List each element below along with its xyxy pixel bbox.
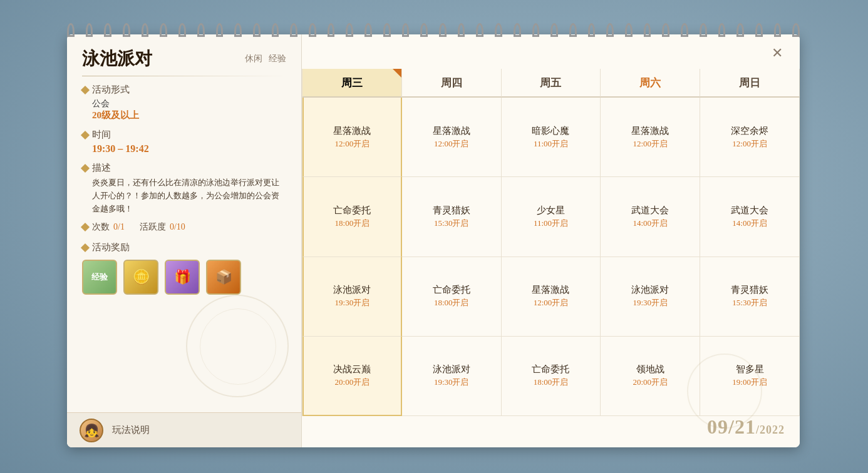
reward-item-4[interactable]: 📦 xyxy=(206,260,241,295)
left-panel: 泳池派对 休闲 经验 活动形式 公会 20级及以上 时间 19:30 – 19:… xyxy=(67,34,302,447)
count-activity: 活跃度 0/10 xyxy=(140,221,185,233)
spiral-loop xyxy=(402,23,410,37)
cal-cell-r1c3[interactable]: 暗影心魔 11:00开启 xyxy=(502,98,601,177)
cal-cell-r3c5[interactable]: 青灵猎妖 15:30开启 xyxy=(700,257,800,337)
spiral-loop xyxy=(420,23,428,37)
spiral-loop xyxy=(290,23,297,37)
counts-value: 0/1 xyxy=(113,222,125,232)
calendar-grid: 周三 周四 周五 周六 周日 星落激战 12:00开启 星落激战 12:00开启 xyxy=(302,69,800,416)
spiral-loop xyxy=(104,23,111,37)
spiral-loop xyxy=(569,23,577,37)
diamond-icon-5 xyxy=(81,243,90,252)
spiral-loop xyxy=(700,23,707,37)
help-text[interactable]: 玩法说明 xyxy=(112,424,150,436)
tag-exp[interactable]: 经验 xyxy=(269,53,286,64)
spiral-loop xyxy=(606,23,614,37)
cal-cell-r1c1[interactable]: 星落激战 12:00开启 xyxy=(302,98,402,177)
spiral-loop xyxy=(309,23,316,37)
cal-cell-r1c2[interactable]: 星落激战 12:00开启 xyxy=(402,98,502,177)
rewards-row: 经验 🪙 🎁 📦 xyxy=(82,260,286,295)
date-stamp: 09/21/2022 xyxy=(707,415,785,439)
cal-header-sat: 周六 xyxy=(601,69,700,98)
spiral-loop xyxy=(458,23,465,37)
reward-item-2[interactable]: 🪙 xyxy=(123,260,158,295)
spiral-loop xyxy=(718,23,726,37)
spiral-loop xyxy=(495,23,502,37)
cal-cell-r3c3[interactable]: 星落激战 12:00开启 xyxy=(502,257,601,337)
cal-cell-r2c4[interactable]: 武道大会 14:00开启 xyxy=(601,177,700,257)
spiral-loop xyxy=(346,23,353,37)
spiral-loop xyxy=(439,23,447,37)
spiral-loop xyxy=(364,23,372,37)
spiral-loop xyxy=(792,23,800,37)
spiral-loop xyxy=(383,23,391,37)
counts-row: 次数 0/1 活跃度 0/10 xyxy=(82,221,286,233)
cal-cell-r4c5[interactable]: 智多星 19:00开启 xyxy=(700,337,800,416)
spiral-loop xyxy=(550,23,558,37)
spiral-loop xyxy=(736,23,744,37)
notebook-container: 泳池派对 休闲 经验 活动形式 公会 20级及以上 时间 19:30 – 19:… xyxy=(67,34,800,447)
spiral-binding xyxy=(67,21,800,39)
spiral-loop xyxy=(86,23,93,37)
reward-item-1[interactable]: 经验 xyxy=(82,260,117,295)
diamond-icon-4 xyxy=(81,223,90,231)
cal-cell-r2c1[interactable]: 亡命委托 18:00开启 xyxy=(302,177,402,257)
cal-cell-r2c5[interactable]: 武道大会 14:00开启 xyxy=(700,177,800,257)
activity-form-label: 活动形式 xyxy=(82,84,286,96)
spiral-loop xyxy=(142,23,149,37)
cal-cell-r4c1[interactable]: 决战云巅 20:00开启 xyxy=(302,337,402,416)
cal-header-sun: 周日 xyxy=(700,69,800,98)
cal-cell-r3c4[interactable]: 泳池派对 19:30开启 xyxy=(601,257,700,337)
cal-cell-r2c2[interactable]: 青灵猎妖 15:30开启 xyxy=(402,177,502,257)
avatar: 👧 xyxy=(80,419,103,442)
spiral-loop xyxy=(625,23,633,37)
spiral-loop xyxy=(272,23,279,37)
spiral-loop xyxy=(644,23,651,37)
spiral-loop xyxy=(197,23,205,37)
spiral-loop xyxy=(755,23,763,37)
spiral-loop xyxy=(514,23,521,37)
desc-text: 炎炎夏日，还有什么比在清凉的泳池边举行派对更让人开心的？！参加的人数越多，为公会… xyxy=(92,176,286,215)
spiral-loop xyxy=(178,23,186,37)
rewards-label: 活动奖励 xyxy=(82,242,286,253)
cal-cell-r4c2[interactable]: 泳池派对 19:30开启 xyxy=(402,337,502,416)
spiral-loop xyxy=(532,23,540,37)
cal-cell-r4c4[interactable]: 领地战 20:00开启 xyxy=(601,337,700,416)
close-button[interactable]: ✕ xyxy=(767,43,787,63)
spiral-loop xyxy=(216,23,224,37)
spiral-loop xyxy=(67,23,75,37)
spiral-loop xyxy=(234,23,242,37)
right-panel: ✕ 周三 周四 周五 周六 周日 星落激战 12:00开启 xyxy=(302,34,800,447)
cal-cell-r1c5[interactable]: 深空余烬 12:00开启 xyxy=(700,98,800,177)
spiral-loop xyxy=(123,23,130,37)
cal-cell-r2c3[interactable]: 少女星 11:00开启 xyxy=(502,177,601,257)
cal-header-wed: 周三 xyxy=(302,69,402,98)
spiral-loop xyxy=(774,23,782,37)
panel-title: 泳池派对 xyxy=(82,47,152,71)
spiral-loop xyxy=(253,23,261,37)
diamond-icon-1 xyxy=(81,85,90,94)
bottom-bar: 👧 玩法说明 xyxy=(67,412,301,447)
activity-form-value: 公会 xyxy=(92,98,286,109)
cal-cell-r3c2[interactable]: 亡命委托 18:00开启 xyxy=(402,257,502,337)
spiral-loop xyxy=(662,23,669,37)
count-times: 次数 0/1 xyxy=(82,221,125,233)
activity-value: 0/10 xyxy=(170,222,185,232)
desc-label: 描述 xyxy=(82,162,286,174)
spiral-loop xyxy=(328,23,335,37)
time-label: 时间 xyxy=(82,129,286,141)
cal-cell-r3c1[interactable]: 泳池派对 19:30开启 xyxy=(302,257,402,337)
title-divider xyxy=(82,76,286,76)
reward-item-3[interactable]: 🎁 xyxy=(165,260,200,295)
spiral-loop xyxy=(160,23,167,37)
rewards-section: 活动奖励 经验 🪙 🎁 📦 xyxy=(82,242,286,295)
tag-leisure[interactable]: 休闲 xyxy=(245,53,262,64)
cal-cell-r4c3[interactable]: 亡命委托 18:00开启 xyxy=(502,337,601,416)
activity-level: 20级及以上 xyxy=(92,109,286,121)
panel-tags: 休闲 经验 xyxy=(245,53,286,64)
cal-cell-r1c4[interactable]: 星落激战 12:00开启 xyxy=(601,98,700,177)
spiral-loop xyxy=(588,23,596,37)
diamond-icon-2 xyxy=(81,130,90,139)
spiral-loop xyxy=(476,23,483,37)
time-value: 19:30 – 19:42 xyxy=(92,143,286,155)
